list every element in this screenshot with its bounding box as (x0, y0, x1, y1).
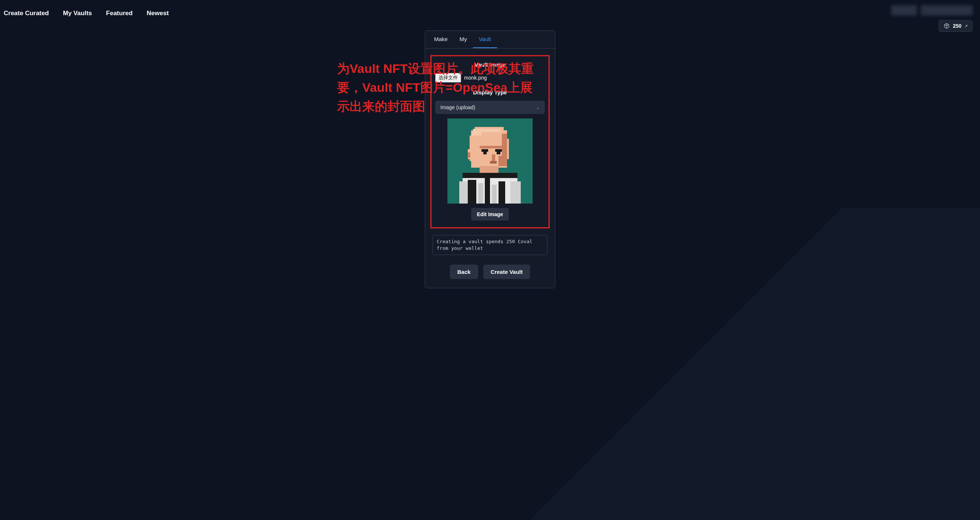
nav-create-curated[interactable]: Create Curated (4, 10, 49, 17)
token-balance-badge[interactable]: 250 ↗ (939, 20, 973, 32)
tab-make[interactable]: Make (428, 31, 454, 48)
external-link-icon: ↗ (964, 24, 968, 29)
create-vault-button[interactable]: Create Vault (483, 265, 530, 279)
edit-image-button[interactable]: Edit Image (471, 208, 509, 220)
tab-my[interactable]: My (454, 31, 473, 48)
svg-rect-5 (473, 129, 500, 132)
image-preview (447, 119, 533, 204)
svg-rect-11 (483, 152, 487, 154)
nav-featured[interactable]: Featured (106, 10, 133, 17)
svg-rect-15 (490, 161, 497, 163)
cube-icon (943, 22, 950, 29)
svg-rect-28 (492, 185, 497, 204)
svg-rect-25 (459, 181, 468, 204)
blurred-item (921, 5, 973, 16)
svg-rect-23 (485, 178, 490, 204)
svg-rect-9 (482, 149, 488, 152)
action-buttons: Back Create Vault (425, 265, 555, 279)
svg-rect-6 (471, 132, 482, 135)
nav-newest[interactable]: Newest (147, 10, 169, 17)
svg-rect-18 (468, 152, 470, 158)
svg-rect-12 (497, 152, 500, 154)
annotation-text: 为Vault NFT设置图片。此项极其重要，Vault NFT图片=OpenSe… (337, 59, 544, 116)
svg-rect-14 (492, 154, 495, 161)
svg-rect-27 (478, 183, 483, 204)
blurred-item (891, 5, 917, 16)
top-right-blurred (891, 5, 973, 16)
svg-rect-21 (463, 173, 517, 178)
svg-rect-22 (468, 180, 476, 204)
svg-rect-26 (511, 181, 521, 204)
panel-tabs: Make My Vault (425, 31, 555, 49)
info-message: Creating a vault spends 250 Coval from y… (433, 235, 547, 255)
svg-rect-13 (480, 146, 503, 148)
tab-vault[interactable]: Vault (473, 31, 497, 48)
token-amount: 250 (953, 23, 961, 29)
top-nav: Create Curated My Vaults Featured Newest (0, 0, 980, 27)
nav-my-vaults[interactable]: My Vaults (63, 10, 92, 17)
svg-rect-10 (495, 149, 502, 152)
svg-rect-8 (498, 156, 504, 166)
svg-rect-24 (498, 181, 505, 204)
back-button[interactable]: Back (450, 265, 478, 279)
